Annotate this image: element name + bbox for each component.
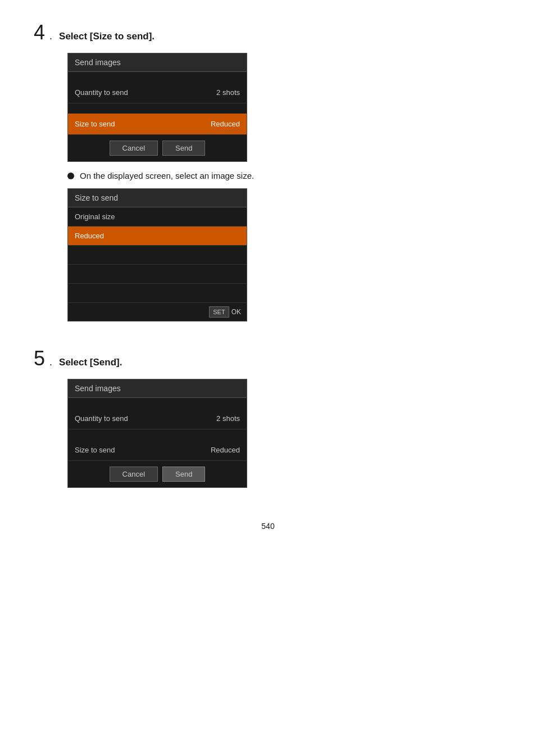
panel2-size-label: Size to send	[75, 446, 211, 454]
size-empty-2	[68, 265, 247, 284]
panel2-quantity-row: Quantity to send 2 shots	[68, 408, 247, 429]
size-option-reduced[interactable]: Reduced	[68, 227, 247, 246]
panel1-quantity-row: Quantity to send 2 shots	[68, 82, 247, 103]
panel2-cancel-button[interactable]: Cancel	[110, 467, 158, 482]
panel1-quantity-value: 2 shots	[216, 88, 240, 97]
step5-number: 5	[34, 348, 45, 369]
step4-section: 4 . Select [Size to send]. Send images Q…	[34, 22, 502, 322]
step5-section: 5 . Select [Send]. Send images Quantity …	[34, 348, 502, 488]
size-empty-1	[68, 246, 247, 265]
bullet-icon	[67, 173, 74, 179]
step5-header: 5 . Select [Send].	[34, 348, 502, 369]
panel2-size-value: Reduced	[211, 446, 240, 454]
size-option-original[interactable]: Original size	[68, 207, 247, 227]
step4-header: 4 . Select [Size to send].	[34, 22, 502, 43]
panel1-quantity-label: Quantity to send	[75, 88, 216, 97]
set-button[interactable]: SET	[209, 306, 229, 318]
ok-label: OK	[231, 308, 241, 316]
panel2-buttons: Cancel Send	[68, 461, 247, 487]
panel1-size-row[interactable]: Size to send Reduced	[68, 114, 247, 135]
step4-number: 4	[34, 22, 45, 43]
bullet-text: On the displayed screen, select an image…	[80, 171, 254, 180]
size-panel: Size to send Original size Reduced SET O…	[67, 188, 247, 322]
step4-bullet: On the displayed screen, select an image…	[67, 171, 502, 180]
panel2-title: Send images	[68, 379, 247, 398]
page-number: 540	[34, 522, 502, 531]
panel1-size-label: Size to send	[75, 120, 211, 128]
panel2-size-row: Size to send Reduced	[68, 440, 247, 461]
panel1-send-button[interactable]: Send	[162, 141, 205, 156]
size-empty-3	[68, 284, 247, 303]
panel2-quantity-value: 2 shots	[216, 414, 240, 423]
panel1-size-value: Reduced	[211, 120, 240, 128]
step4-send-panel: Send images Quantity to send 2 shots Siz…	[67, 53, 247, 162]
step4-label: Select [Size to send].	[59, 31, 155, 42]
step5-label: Select [Send].	[59, 357, 122, 368]
step5-dot: .	[49, 356, 52, 368]
step4-dot: .	[49, 30, 52, 42]
panel1-cancel-button[interactable]: Cancel	[110, 141, 158, 156]
panel2-send-button[interactable]: Send	[162, 467, 205, 482]
panel1-title: Send images	[68, 53, 247, 72]
panel2-quantity-label: Quantity to send	[75, 414, 216, 423]
size-panel-title: Size to send	[68, 189, 247, 207]
step5-send-panel: Send images Quantity to send 2 shots Siz…	[67, 379, 247, 488]
size-footer: SET OK	[68, 303, 247, 321]
panel1-buttons: Cancel Send	[68, 135, 247, 161]
